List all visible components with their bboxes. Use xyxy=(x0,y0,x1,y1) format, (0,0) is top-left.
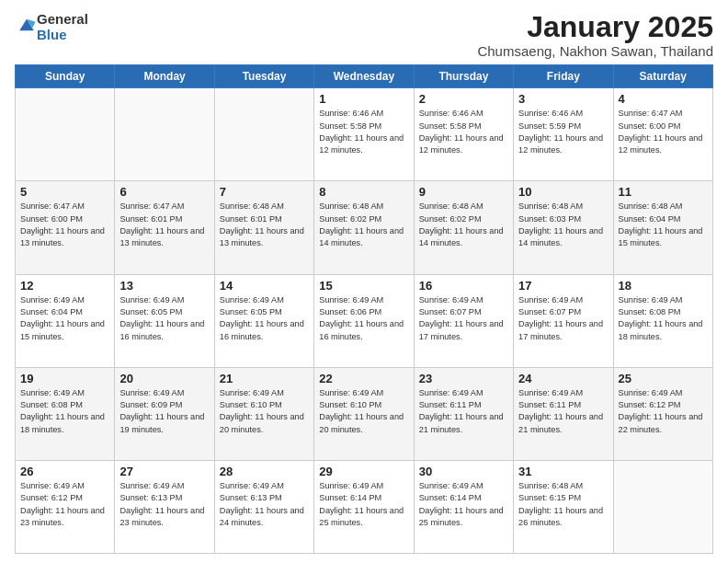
day-info: Sunrise: 6:49 AM Sunset: 6:11 PM Dayligh… xyxy=(419,387,508,436)
calendar-header-row: Sunday Monday Tuesday Wednesday Thursday… xyxy=(16,65,713,88)
day-info: Sunrise: 6:49 AM Sunset: 6:10 PM Dayligh… xyxy=(319,387,408,436)
day-info: Sunrise: 6:49 AM Sunset: 6:06 PM Dayligh… xyxy=(319,294,408,343)
day-number: 4 xyxy=(619,92,708,106)
day-info: Sunrise: 6:49 AM Sunset: 6:13 PM Dayligh… xyxy=(119,480,209,529)
day-info: Sunrise: 6:48 AM Sunset: 6:03 PM Dayligh… xyxy=(518,201,608,249)
day-info: Sunrise: 6:49 AM Sunset: 6:12 PM Dayligh… xyxy=(619,387,708,436)
table-row: 13Sunrise: 6:49 AM Sunset: 6:05 PM Dayli… xyxy=(115,274,214,367)
table-row: 23Sunrise: 6:49 AM Sunset: 6:11 PM Dayli… xyxy=(414,367,513,460)
table-row: 21Sunrise: 6:49 AM Sunset: 6:10 PM Dayli… xyxy=(214,367,313,460)
table-row: 2Sunrise: 6:46 AM Sunset: 5:58 PM Daylig… xyxy=(414,88,513,181)
table-row: 20Sunrise: 6:49 AM Sunset: 6:09 PM Dayli… xyxy=(115,367,214,460)
table-row xyxy=(115,88,214,181)
day-info: Sunrise: 6:49 AM Sunset: 6:04 PM Dayligh… xyxy=(20,294,109,343)
table-row xyxy=(16,88,115,181)
day-number: 10 xyxy=(518,185,608,199)
day-info: Sunrise: 6:49 AM Sunset: 6:05 PM Dayligh… xyxy=(119,294,209,343)
day-number: 30 xyxy=(419,465,508,478)
day-number: 16 xyxy=(419,279,508,293)
calendar-title: January 2025 xyxy=(477,11,713,43)
table-row: 9Sunrise: 6:48 AM Sunset: 6:02 PM Daylig… xyxy=(414,181,513,274)
calendar-table: Sunday Monday Tuesday Wednesday Thursday… xyxy=(15,64,713,554)
table-row: 17Sunrise: 6:49 AM Sunset: 6:07 PM Dayli… xyxy=(514,274,613,367)
table-row: 26Sunrise: 6:49 AM Sunset: 6:12 PM Dayli… xyxy=(16,460,115,553)
page: General Blue January 2025 Chumsaeng, Nak… xyxy=(0,0,728,563)
day-info: Sunrise: 6:49 AM Sunset: 6:10 PM Dayligh… xyxy=(220,387,309,436)
table-row: 29Sunrise: 6:49 AM Sunset: 6:14 PM Dayli… xyxy=(314,460,414,553)
table-row: 25Sunrise: 6:49 AM Sunset: 6:12 PM Dayli… xyxy=(613,367,712,460)
table-row: 31Sunrise: 6:48 AM Sunset: 6:15 PM Dayli… xyxy=(514,460,613,553)
day-info: Sunrise: 6:47 AM Sunset: 6:00 PM Dayligh… xyxy=(20,201,109,249)
day-number: 24 xyxy=(518,372,608,385)
day-number: 19 xyxy=(20,372,109,385)
table-row xyxy=(214,88,313,181)
calendar-week-4: 19Sunrise: 6:49 AM Sunset: 6:08 PM Dayli… xyxy=(16,367,713,460)
day-number: 29 xyxy=(319,465,408,478)
table-row: 4Sunrise: 6:47 AM Sunset: 6:00 PM Daylig… xyxy=(613,88,712,181)
day-number: 1 xyxy=(319,92,408,106)
col-wednesday: Wednesday xyxy=(314,65,414,88)
table-row: 30Sunrise: 6:49 AM Sunset: 6:14 PM Dayli… xyxy=(414,460,513,553)
col-thursday: Thursday xyxy=(414,65,513,88)
col-tuesday: Tuesday xyxy=(214,65,313,88)
logo-icon xyxy=(17,15,37,35)
title-block: January 2025 Chumsaeng, Nakhon Sawan, Th… xyxy=(477,11,713,59)
col-sunday: Sunday xyxy=(16,65,115,88)
col-saturday: Saturday xyxy=(613,65,712,88)
logo-blue-text: Blue xyxy=(37,27,67,42)
table-row: 8Sunrise: 6:48 AM Sunset: 6:02 PM Daylig… xyxy=(314,181,414,274)
header: General Blue January 2025 Chumsaeng, Nak… xyxy=(15,11,713,59)
day-info: Sunrise: 6:49 AM Sunset: 6:09 PM Dayligh… xyxy=(119,387,209,436)
day-number: 8 xyxy=(319,185,408,199)
day-number: 5 xyxy=(20,185,109,199)
day-number: 21 xyxy=(220,372,309,385)
day-number: 2 xyxy=(419,92,508,106)
table-row: 5Sunrise: 6:47 AM Sunset: 6:00 PM Daylig… xyxy=(16,181,115,274)
day-info: Sunrise: 6:47 AM Sunset: 6:00 PM Dayligh… xyxy=(619,108,708,156)
table-row: 3Sunrise: 6:46 AM Sunset: 5:59 PM Daylig… xyxy=(514,88,613,181)
day-number: 26 xyxy=(20,465,109,478)
day-number: 28 xyxy=(220,465,309,478)
table-row: 11Sunrise: 6:48 AM Sunset: 6:04 PM Dayli… xyxy=(613,181,712,274)
day-info: Sunrise: 6:46 AM Sunset: 5:59 PM Dayligh… xyxy=(518,108,608,156)
calendar-subtitle: Chumsaeng, Nakhon Sawan, Thailand xyxy=(477,43,713,59)
day-info: Sunrise: 6:49 AM Sunset: 6:11 PM Dayligh… xyxy=(518,387,608,436)
day-number: 18 xyxy=(619,279,708,293)
day-number: 31 xyxy=(518,465,608,478)
day-info: Sunrise: 6:49 AM Sunset: 6:07 PM Dayligh… xyxy=(518,294,608,343)
day-info: Sunrise: 6:49 AM Sunset: 6:13 PM Dayligh… xyxy=(220,480,309,529)
day-info: Sunrise: 6:48 AM Sunset: 6:01 PM Dayligh… xyxy=(220,201,309,249)
table-row: 19Sunrise: 6:49 AM Sunset: 6:08 PM Dayli… xyxy=(16,367,115,460)
calendar-week-1: 1Sunrise: 6:46 AM Sunset: 5:58 PM Daylig… xyxy=(16,88,713,181)
day-info: Sunrise: 6:49 AM Sunset: 6:08 PM Dayligh… xyxy=(619,294,708,343)
table-row: 7Sunrise: 6:48 AM Sunset: 6:01 PM Daylig… xyxy=(214,181,313,274)
day-number: 9 xyxy=(419,185,508,199)
table-row: 18Sunrise: 6:49 AM Sunset: 6:08 PM Dayli… xyxy=(613,274,712,367)
day-info: Sunrise: 6:48 AM Sunset: 6:15 PM Dayligh… xyxy=(518,480,608,529)
day-info: Sunrise: 6:48 AM Sunset: 6:02 PM Dayligh… xyxy=(319,201,408,249)
day-number: 23 xyxy=(419,372,508,385)
day-info: Sunrise: 6:47 AM Sunset: 6:01 PM Dayligh… xyxy=(119,201,209,249)
day-info: Sunrise: 6:48 AM Sunset: 6:02 PM Dayligh… xyxy=(419,201,508,249)
logo: General Blue xyxy=(15,11,88,43)
calendar-week-3: 12Sunrise: 6:49 AM Sunset: 6:04 PM Dayli… xyxy=(16,274,713,367)
table-row: 24Sunrise: 6:49 AM Sunset: 6:11 PM Dayli… xyxy=(514,367,613,460)
col-friday: Friday xyxy=(514,65,613,88)
table-row: 16Sunrise: 6:49 AM Sunset: 6:07 PM Dayli… xyxy=(414,274,513,367)
day-number: 13 xyxy=(119,279,209,293)
day-number: 27 xyxy=(119,465,209,478)
day-info: Sunrise: 6:49 AM Sunset: 6:14 PM Dayligh… xyxy=(419,480,508,529)
table-row: 1Sunrise: 6:46 AM Sunset: 5:58 PM Daylig… xyxy=(314,88,414,181)
day-info: Sunrise: 6:49 AM Sunset: 6:14 PM Dayligh… xyxy=(319,480,408,529)
day-number: 22 xyxy=(319,372,408,385)
calendar-week-5: 26Sunrise: 6:49 AM Sunset: 6:12 PM Dayli… xyxy=(16,460,713,553)
table-row: 6Sunrise: 6:47 AM Sunset: 6:01 PM Daylig… xyxy=(115,181,214,274)
day-info: Sunrise: 6:49 AM Sunset: 6:12 PM Dayligh… xyxy=(20,480,109,529)
day-number: 11 xyxy=(619,185,708,199)
day-number: 6 xyxy=(119,185,209,199)
day-number: 3 xyxy=(518,92,608,106)
logo-general-text: General xyxy=(37,11,88,27)
day-info: Sunrise: 6:49 AM Sunset: 6:08 PM Dayligh… xyxy=(20,387,109,436)
calendar-week-2: 5Sunrise: 6:47 AM Sunset: 6:00 PM Daylig… xyxy=(16,181,713,274)
day-number: 14 xyxy=(220,279,309,293)
